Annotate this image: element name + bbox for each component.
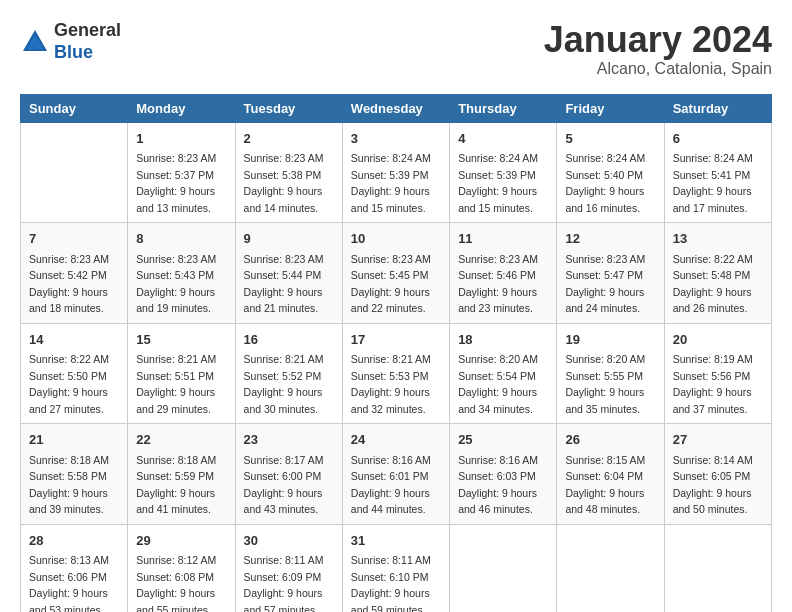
calendar-cell: 25 Sunrise: 8:16 AMSunset: 6:03 PMDaylig… — [450, 424, 557, 525]
day-info: Sunrise: 8:21 AMSunset: 5:51 PMDaylight:… — [136, 353, 216, 415]
calendar-cell: 26 Sunrise: 8:15 AMSunset: 6:04 PMDaylig… — [557, 424, 664, 525]
day-number: 6 — [673, 129, 763, 149]
day-info: Sunrise: 8:22 AMSunset: 5:50 PMDaylight:… — [29, 353, 109, 415]
day-info: Sunrise: 8:15 AMSunset: 6:04 PMDaylight:… — [565, 454, 645, 516]
day-number: 27 — [673, 430, 763, 450]
day-info: Sunrise: 8:23 AMSunset: 5:38 PMDaylight:… — [244, 152, 324, 214]
calendar-cell — [450, 524, 557, 612]
weekday-header-row: SundayMondayTuesdayWednesdayThursdayFrid… — [21, 94, 772, 122]
day-number: 19 — [565, 330, 655, 350]
weekday-header-saturday: Saturday — [664, 94, 771, 122]
day-info: Sunrise: 8:20 AMSunset: 5:54 PMDaylight:… — [458, 353, 538, 415]
logo-general: General — [54, 20, 121, 40]
day-info: Sunrise: 8:18 AMSunset: 5:58 PMDaylight:… — [29, 454, 109, 516]
calendar-cell: 21 Sunrise: 8:18 AMSunset: 5:58 PMDaylig… — [21, 424, 128, 525]
day-number: 17 — [351, 330, 441, 350]
day-number: 23 — [244, 430, 334, 450]
logo-icon — [20, 27, 50, 57]
day-info: Sunrise: 8:24 AMSunset: 5:40 PMDaylight:… — [565, 152, 645, 214]
day-info: Sunrise: 8:23 AMSunset: 5:42 PMDaylight:… — [29, 253, 109, 315]
calendar-cell: 28 Sunrise: 8:13 AMSunset: 6:06 PMDaylig… — [21, 524, 128, 612]
day-info: Sunrise: 8:24 AMSunset: 5:39 PMDaylight:… — [351, 152, 431, 214]
calendar-cell: 11 Sunrise: 8:23 AMSunset: 5:46 PMDaylig… — [450, 223, 557, 324]
day-info: Sunrise: 8:23 AMSunset: 5:37 PMDaylight:… — [136, 152, 216, 214]
day-number: 4 — [458, 129, 548, 149]
calendar-cell: 14 Sunrise: 8:22 AMSunset: 5:50 PMDaylig… — [21, 323, 128, 424]
calendar-cell: 23 Sunrise: 8:17 AMSunset: 6:00 PMDaylig… — [235, 424, 342, 525]
calendar-week-4: 21 Sunrise: 8:18 AMSunset: 5:58 PMDaylig… — [21, 424, 772, 525]
day-number: 18 — [458, 330, 548, 350]
calendar-cell: 6 Sunrise: 8:24 AMSunset: 5:41 PMDayligh… — [664, 122, 771, 223]
calendar-cell: 8 Sunrise: 8:23 AMSunset: 5:43 PMDayligh… — [128, 223, 235, 324]
calendar-title: January 2024 — [544, 20, 772, 60]
day-number: 7 — [29, 229, 119, 249]
day-number: 5 — [565, 129, 655, 149]
day-info: Sunrise: 8:16 AMSunset: 6:01 PMDaylight:… — [351, 454, 431, 516]
calendar-week-1: 1 Sunrise: 8:23 AMSunset: 5:37 PMDayligh… — [21, 122, 772, 223]
day-number: 24 — [351, 430, 441, 450]
day-info: Sunrise: 8:12 AMSunset: 6:08 PMDaylight:… — [136, 554, 216, 612]
day-number: 10 — [351, 229, 441, 249]
calendar-week-3: 14 Sunrise: 8:22 AMSunset: 5:50 PMDaylig… — [21, 323, 772, 424]
calendar-cell: 4 Sunrise: 8:24 AMSunset: 5:39 PMDayligh… — [450, 122, 557, 223]
calendar-cell: 15 Sunrise: 8:21 AMSunset: 5:51 PMDaylig… — [128, 323, 235, 424]
calendar-body: 1 Sunrise: 8:23 AMSunset: 5:37 PMDayligh… — [21, 122, 772, 612]
day-number: 12 — [565, 229, 655, 249]
weekday-header-monday: Monday — [128, 94, 235, 122]
calendar-cell: 17 Sunrise: 8:21 AMSunset: 5:53 PMDaylig… — [342, 323, 449, 424]
calendar-subtitle: Alcano, Catalonia, Spain — [544, 60, 772, 78]
weekday-header-thursday: Thursday — [450, 94, 557, 122]
day-number: 21 — [29, 430, 119, 450]
calendar-cell: 12 Sunrise: 8:23 AMSunset: 5:47 PMDaylig… — [557, 223, 664, 324]
calendar-cell: 29 Sunrise: 8:12 AMSunset: 6:08 PMDaylig… — [128, 524, 235, 612]
logo-blue: Blue — [54, 42, 93, 62]
day-number: 22 — [136, 430, 226, 450]
day-info: Sunrise: 8:11 AMSunset: 6:10 PMDaylight:… — [351, 554, 431, 612]
calendar-week-2: 7 Sunrise: 8:23 AMSunset: 5:42 PMDayligh… — [21, 223, 772, 324]
day-number: 26 — [565, 430, 655, 450]
calendar-cell: 30 Sunrise: 8:11 AMSunset: 6:09 PMDaylig… — [235, 524, 342, 612]
logo-text: General Blue — [54, 20, 121, 63]
calendar-cell: 10 Sunrise: 8:23 AMSunset: 5:45 PMDaylig… — [342, 223, 449, 324]
day-number: 3 — [351, 129, 441, 149]
day-number: 14 — [29, 330, 119, 350]
day-info: Sunrise: 8:24 AMSunset: 5:41 PMDaylight:… — [673, 152, 753, 214]
day-number: 20 — [673, 330, 763, 350]
day-number: 9 — [244, 229, 334, 249]
title-block: January 2024 Alcano, Catalonia, Spain — [544, 20, 772, 78]
day-info: Sunrise: 8:23 AMSunset: 5:43 PMDaylight:… — [136, 253, 216, 315]
day-info: Sunrise: 8:13 AMSunset: 6:06 PMDaylight:… — [29, 554, 109, 612]
calendar-cell: 27 Sunrise: 8:14 AMSunset: 6:05 PMDaylig… — [664, 424, 771, 525]
day-info: Sunrise: 8:21 AMSunset: 5:52 PMDaylight:… — [244, 353, 324, 415]
day-info: Sunrise: 8:23 AMSunset: 5:44 PMDaylight:… — [244, 253, 324, 315]
weekday-header-friday: Friday — [557, 94, 664, 122]
day-number: 30 — [244, 531, 334, 551]
day-info: Sunrise: 8:16 AMSunset: 6:03 PMDaylight:… — [458, 454, 538, 516]
day-info: Sunrise: 8:21 AMSunset: 5:53 PMDaylight:… — [351, 353, 431, 415]
day-info: Sunrise: 8:11 AMSunset: 6:09 PMDaylight:… — [244, 554, 324, 612]
calendar-cell: 24 Sunrise: 8:16 AMSunset: 6:01 PMDaylig… — [342, 424, 449, 525]
weekday-header-sunday: Sunday — [21, 94, 128, 122]
calendar-cell — [664, 524, 771, 612]
day-number: 28 — [29, 531, 119, 551]
day-number: 16 — [244, 330, 334, 350]
day-number: 13 — [673, 229, 763, 249]
calendar-cell — [557, 524, 664, 612]
day-info: Sunrise: 8:23 AMSunset: 5:47 PMDaylight:… — [565, 253, 645, 315]
weekday-header-wednesday: Wednesday — [342, 94, 449, 122]
day-number: 8 — [136, 229, 226, 249]
day-number: 25 — [458, 430, 548, 450]
calendar-cell: 20 Sunrise: 8:19 AMSunset: 5:56 PMDaylig… — [664, 323, 771, 424]
calendar-cell: 2 Sunrise: 8:23 AMSunset: 5:38 PMDayligh… — [235, 122, 342, 223]
day-info: Sunrise: 8:22 AMSunset: 5:48 PMDaylight:… — [673, 253, 753, 315]
day-info: Sunrise: 8:20 AMSunset: 5:55 PMDaylight:… — [565, 353, 645, 415]
day-info: Sunrise: 8:23 AMSunset: 5:46 PMDaylight:… — [458, 253, 538, 315]
calendar-cell: 18 Sunrise: 8:20 AMSunset: 5:54 PMDaylig… — [450, 323, 557, 424]
calendar-cell: 9 Sunrise: 8:23 AMSunset: 5:44 PMDayligh… — [235, 223, 342, 324]
calendar-cell: 5 Sunrise: 8:24 AMSunset: 5:40 PMDayligh… — [557, 122, 664, 223]
calendar-table: SundayMondayTuesdayWednesdayThursdayFrid… — [20, 94, 772, 612]
page-header: General Blue January 2024 Alcano, Catalo… — [20, 20, 772, 78]
calendar-week-5: 28 Sunrise: 8:13 AMSunset: 6:06 PMDaylig… — [21, 524, 772, 612]
day-number: 29 — [136, 531, 226, 551]
day-info: Sunrise: 8:14 AMSunset: 6:05 PMDaylight:… — [673, 454, 753, 516]
